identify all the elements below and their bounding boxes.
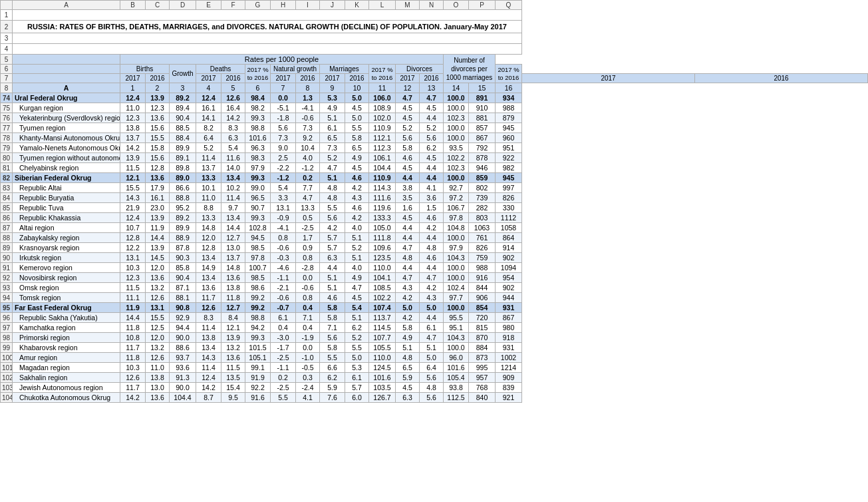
cell-c16: 921 <box>496 393 522 403</box>
cell-c16: 330 <box>496 203 522 213</box>
cell-c8: 1.3 <box>296 93 320 103</box>
rownum-8: 8 <box>1 83 13 93</box>
cell-c13: 4.4 <box>420 263 444 273</box>
cell-c5: 14.0 <box>221 163 245 173</box>
cell-c1: 12.2 <box>120 243 146 253</box>
cell-c9: 7.3 <box>320 143 345 153</box>
cell-c9: 7.1 <box>320 323 345 333</box>
cell-c10: 5.2 <box>345 243 369 253</box>
cell-c2: 13.6 <box>146 113 170 123</box>
cell-c7: 5.5 <box>271 393 296 403</box>
cell-c16: 980 <box>496 323 522 333</box>
cell-c11: 108.9 <box>369 103 396 113</box>
cell-c12: 4.4 <box>396 233 420 243</box>
cell-c10: 5.4 <box>345 303 369 313</box>
cell-c11: 133.3 <box>369 213 396 223</box>
cell-c11: 110.0 <box>369 353 396 363</box>
cell-c11: 123.5 <box>369 253 396 263</box>
cell-c4: 13.3 <box>196 213 221 223</box>
cell-c12: 4.3 <box>396 283 420 293</box>
cell-c13: 4.1 <box>420 183 444 193</box>
cell-c12: 5.1 <box>396 343 420 353</box>
cell-c5: 9.5 <box>221 393 245 403</box>
cell-c5: 11.5 <box>221 363 245 373</box>
cell-c6: 91.9 <box>245 373 271 383</box>
table-row: 101 Magadan region 10.3 11.0 93.6 11.4 1… <box>1 363 868 373</box>
col-4-label: 4 <box>196 83 221 93</box>
row-1: 1 <box>1 10 868 21</box>
cell-c14: 100.0 <box>444 173 469 183</box>
table-row: 86 Republic Khakassia 12.4 13.9 89.2 13.… <box>1 213 868 223</box>
mar-2016: 2016 <box>345 74 369 83</box>
table-row: 92 Novosibirsk region 12.3 13.6 90.4 13.… <box>1 273 868 283</box>
row-3: 3 <box>1 33 868 44</box>
cell-c12: 4.5 <box>396 163 420 173</box>
ndiv-2016: 2016 <box>695 74 868 83</box>
cell-c4: 8.2 <box>196 123 221 133</box>
cell-c13: 1.5 <box>420 203 444 213</box>
cell-c9: 5.8 <box>320 343 345 353</box>
cell-c6: 101.6 <box>245 133 271 143</box>
row-4: 4 <box>1 44 868 55</box>
cell-c13: 5.6 <box>420 373 444 383</box>
births-2017: 2017 <box>120 74 146 83</box>
cell-c6: 94.5 <box>245 233 271 243</box>
cell-c7: -0.9 <box>271 213 296 223</box>
cell-c7: 0.0 <box>271 93 296 103</box>
col-header-14: O <box>444 1 469 10</box>
cell-c8: -2.4 <box>296 383 320 393</box>
cell-c4: 13.6 <box>196 283 221 293</box>
table-row: 100 Amur region 11.8 12.6 93.7 14.3 13.6… <box>1 353 868 363</box>
cell-c6: 90.7 <box>245 203 271 213</box>
cell-c7: 5.4 <box>271 183 296 193</box>
cell-c3: 92.9 <box>170 313 196 323</box>
cell-c13: 4.4 <box>420 163 444 173</box>
table-row: 83 Republic Altai 15.5 17.9 86.6 10.1 10… <box>1 183 868 193</box>
cell-c10: 4.2 <box>345 183 369 193</box>
cell-c11: 126.7 <box>369 393 396 403</box>
cell-c9: 5.3 <box>320 93 345 103</box>
pct-marriages-header: 2017 % to 2016 <box>369 65 396 83</box>
cell-c14: 101.6 <box>444 363 469 373</box>
cell-c6: 99.2 <box>245 303 271 313</box>
cell-c15: 857 <box>469 123 496 133</box>
row-num-83: 83 <box>1 183 13 193</box>
cell-c8: -0.6 <box>296 113 320 123</box>
col-header-2: C <box>146 1 170 10</box>
region-name: Kemerovo region <box>13 263 120 273</box>
cell-c6: 99.2 <box>245 293 271 303</box>
cell-c3: 94.4 <box>170 323 196 333</box>
row-num-75: 75 <box>1 103 13 113</box>
row-num-81: 81 <box>1 163 13 173</box>
region-name: Omsk region <box>13 283 120 293</box>
cell-c10: 4.9 <box>345 153 369 163</box>
cell-c4: 13.4 <box>196 343 221 353</box>
cell-c5: 13.9 <box>221 333 245 343</box>
natural-growth-header: Natural growth <box>271 65 320 74</box>
cell-c13: 5.1 <box>420 343 444 353</box>
cell-c9: 4.9 <box>320 103 345 113</box>
table-row: 80 Tyumen region without autonomous okru… <box>1 153 868 163</box>
cell-c16: 944 <box>496 293 522 303</box>
cell-c13: 4.8 <box>420 383 444 393</box>
cell-c7: -5.1 <box>271 103 296 113</box>
cell-c15: 761 <box>469 233 496 243</box>
cell-c1: 12.4 <box>120 213 146 223</box>
table-row: 103 Jewish Autonomous region 11.7 13.0 9… <box>1 383 868 393</box>
table-row: 95 Far East Federal Okrug 11.9 13.1 90.8… <box>1 303 868 313</box>
cell-c3: 89.2 <box>170 93 196 103</box>
cell-c2: 15.5 <box>146 313 170 323</box>
cell-c11: 110.0 <box>369 263 396 273</box>
cell-c7: -2.5 <box>271 383 296 393</box>
cell-c8: 10.4 <box>296 143 320 153</box>
cell-c2: 13.9 <box>146 243 170 253</box>
cell-c2: 13.6 <box>146 273 170 283</box>
cell-c3: 88.1 <box>170 293 196 303</box>
region-name: Khabarovsk region <box>13 343 120 353</box>
cell-c4: 14.9 <box>196 263 221 273</box>
cell-c12: 5.2 <box>396 123 420 133</box>
cell-c5: 12.1 <box>221 323 245 333</box>
cell-c10: 5.1 <box>345 253 369 263</box>
cell-c16: 826 <box>496 193 522 203</box>
cell-c1: 13.7 <box>120 133 146 143</box>
